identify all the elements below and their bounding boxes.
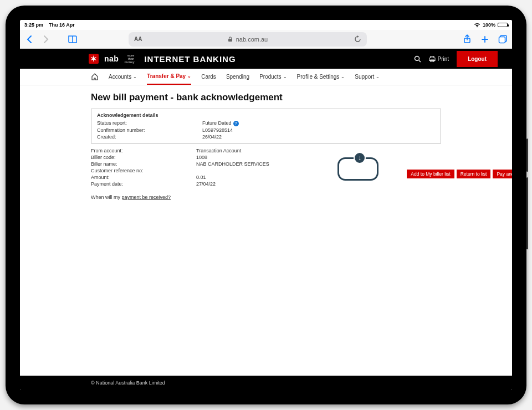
status-time: 3:25 pm [24, 22, 43, 28]
amount-value: 0.01 [196, 175, 441, 180]
nav-accounts[interactable]: Accounts⌄ [109, 69, 137, 85]
chevron-down-icon: ⌄ [133, 74, 137, 79]
ipad-frame: 3:25 pm Thu 16 Apr 100% [6, 6, 526, 404]
arrow-down-icon: ↓ [354, 152, 366, 164]
chevron-down-icon: ⌄ [376, 74, 380, 79]
ack-status-value: Future Dated? [202, 120, 435, 126]
back-button[interactable] [24, 34, 34, 44]
url-text: nab.com.au [236, 36, 268, 43]
print-button[interactable]: Print [429, 56, 449, 62]
tabs-button[interactable] [498, 34, 508, 44]
status-date: Thu 16 Apr [49, 22, 75, 28]
payment-details: From account: Transaction Account Biller… [91, 148, 441, 187]
biller-name-value: NAB CARDHOLDER SERVICES [196, 161, 441, 167]
nav-products[interactable]: Products⌄ [259, 69, 287, 85]
bookmarks-button[interactable] [68, 34, 78, 44]
svg-rect-3 [499, 37, 505, 43]
pay-date-label: Payment date: [91, 181, 196, 187]
ipad-side-button [526, 177, 528, 249]
ack-heading: Acknowledgement details [97, 112, 435, 118]
info-icon[interactable]: ? [233, 121, 239, 126]
page-title: New bill payment - bank acknowledgement [91, 92, 441, 103]
brand-tagline: more than money [124, 54, 134, 64]
ack-conf-value: L0597928514 [202, 127, 435, 133]
battery-percent: 100% [483, 22, 495, 28]
from-account-label: From account: [91, 148, 196, 153]
text-size-button[interactable]: AA [134, 36, 142, 42]
ipad-screen: 3:25 pm Thu 16 Apr 100% [20, 20, 512, 390]
ack-status-label: Status report: [97, 120, 202, 126]
help-link[interactable]: payment be received? [122, 194, 171, 200]
url-bar[interactable]: AA nab.com.au [129, 32, 367, 47]
wifi-icon [474, 23, 480, 28]
browser-toolbar: AA nab.com.au [20, 30, 512, 49]
app-header: ✶ nab more than money INTERNET BANKING P… [20, 49, 512, 69]
page-footer: © National Australia Bank Limited [20, 376, 512, 390]
nav-cards[interactable]: Cards [201, 69, 216, 85]
main-nav: Accounts⌄ Transfer & Pay⌄ Cards Spending… [20, 69, 512, 85]
app-title: INTERNET BANKING [144, 54, 236, 64]
biller-code-label: Biller code: [91, 155, 196, 160]
chevron-down-icon: ⌄ [283, 74, 287, 79]
brand-name: nab [104, 54, 119, 63]
print-label: Print [438, 56, 449, 62]
svg-rect-0 [228, 39, 232, 42]
cust-ref-label: Customer reference no: [91, 168, 196, 173]
new-tab-button[interactable] [480, 34, 490, 44]
cust-ref-value [196, 168, 441, 173]
page-body: New bill payment - bank acknowledgement … [20, 85, 512, 373]
share-button[interactable] [462, 34, 472, 44]
status-bar: 3:25 pm Thu 16 Apr 100% [20, 20, 512, 30]
lock-icon [228, 37, 233, 42]
chevron-down-icon: ⌄ [187, 74, 191, 79]
copyright-text: © National Australia Bank Limited [91, 380, 165, 386]
from-account-value: Transaction Account [196, 148, 441, 153]
home-icon[interactable] [91, 73, 99, 80]
pay-date-value: 27/04/22 [196, 181, 441, 187]
forward-button[interactable] [41, 34, 51, 44]
search-button[interactable] [414, 55, 421, 63]
help-text: When will my payment be received? [91, 194, 441, 200]
biller-code-value: 1008 [196, 155, 441, 160]
action-buttons: Add to My biller list Return to list Pay… [407, 170, 512, 178]
nav-transfer-pay[interactable]: Transfer & Pay⌄ [147, 69, 191, 85]
logout-button[interactable]: Logout [457, 51, 498, 67]
status-time-date: 3:25 pm Thu 16 Apr [24, 22, 75, 28]
ack-created-label: Created: [97, 134, 202, 140]
svg-point-4 [415, 56, 419, 60]
amount-label: Amount: [91, 175, 196, 180]
ack-created-value: 26/04/22 [202, 134, 435, 140]
battery-icon [498, 23, 508, 27]
ack-conf-label: Confirmation number: [97, 127, 202, 133]
reload-button[interactable] [354, 35, 361, 43]
acknowledgement-box: Acknowledgement details Status report: F… [91, 109, 441, 144]
nav-support[interactable]: Support⌄ [355, 69, 380, 85]
nav-profile-settings[interactable]: Profile & Settings⌄ [297, 69, 345, 85]
ipad-side-button [526, 139, 528, 172]
chevron-down-icon: ⌄ [341, 74, 345, 79]
return-to-list-button[interactable]: Return to list [457, 170, 491, 178]
nab-logo-icon: ✶ [89, 54, 99, 64]
pay-another-bill-button[interactable]: Pay another bill [493, 170, 512, 178]
nav-spending[interactable]: Spending [226, 69, 249, 85]
highlight-callout: ↓ [337, 157, 378, 181]
add-to-biller-list-button[interactable]: Add to My biller list [407, 170, 454, 178]
biller-name-label: Biller name: [91, 161, 196, 167]
